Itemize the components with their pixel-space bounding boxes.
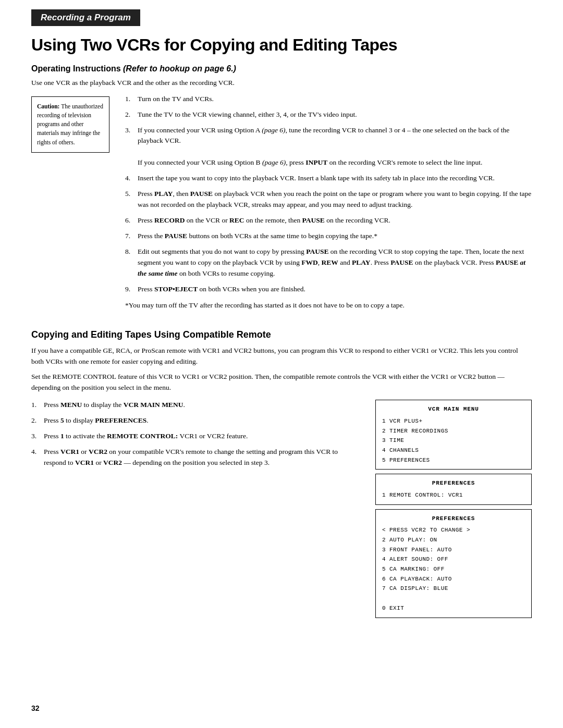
step-7: 7. Press the PAUSE buttons on both VCRs … [125,231,532,242]
copying-steps-col: 1. Press MENU to display the VCR MAIN ME… [31,400,360,474]
steps-col: 1. Turn on the TV and VCRs. 2. Tune the … [125,94,532,313]
banner-text: Recording a Program [41,13,131,22]
operating-two-col: Caution: The unauthorized recording of t… [31,94,532,313]
pref-menu1-item-1: 1 REMOTE CONTROL: VCR1 [382,490,525,500]
preferences-menu1-title: PREFERENCES [382,478,525,488]
preferences-menu2-box: PREFERENCES < PRESS VCR2 TO CHANGE > 2 A… [375,509,532,618]
step-6: 6. Press RECORD on the VCR or REC on the… [125,215,532,226]
pref-menu2-item-9: 0 EXIT [382,603,525,613]
step-1: 1. Turn on the TV and VCRs. [125,94,532,105]
copy-step-4: 4. Press VCR1 or VCR2 on your compatible… [31,447,360,468]
page-number: 32 [31,704,40,712]
vcr-main-menu-item-1: 1 VCR PLUS+ [382,416,525,426]
caution-col: Caution: The unauthorized recording of t… [31,94,115,313]
vcr-main-menu-item-4: 4 CHANNELS [382,446,525,455]
copy-step-1: 1. Press MENU to display the VCR MAIN ME… [31,400,360,411]
operating-intro-text: Use one VCR as the playback VCR and the … [31,78,532,89]
copying-steps-list: 1. Press MENU to display the VCR MAIN ME… [31,400,360,468]
step-4: 4. Insert the tape you want to copy into… [125,173,532,184]
copying-intro-1: If you have a compatible GE, RCA, or Pro… [31,346,532,367]
pref-menu2-item-8 [382,594,525,603]
copy-step-3: 3. Press 1 to activate the REMOTE CONTRO… [31,431,360,442]
copying-two-col: 1. Press MENU to display the VCR MAIN ME… [31,400,532,622]
operating-instructions-heading: Operating Instructions (Refer to hookup … [31,64,532,73]
vcr-main-menu-item-3: 3 TIME [382,436,525,446]
copying-section-heading: Copying and Editing Tapes Using Compatib… [31,329,532,340]
caution-label: Caution: [37,103,59,109]
pref-menu2-item-1: < PRESS VCR2 TO CHANGE > [382,525,525,535]
page-container: Recording a Program Using Two VCRs for C… [0,0,563,728]
header-banner: Recording a Program [31,9,140,26]
copy-step-2: 2. Press 5 to display PREFERENCES. [31,415,360,426]
vcr-main-menu-item-5: 5 PREFERENCES [382,455,525,465]
preferences-menu1-box: PREFERENCES 1 REMOTE CONTROL: VCR1 [375,474,532,504]
copying-intro-2: Set the REMOTE CONTROL feature of this V… [31,372,532,393]
vcr-main-menu-item-2: 2 TIMER RECORDINGS [382,426,525,436]
vcr-main-menu-title: VCR MAIN MENU [382,404,525,414]
pref-menu2-item-2: 2 AUTO PLAY: ON [382,535,525,545]
preferences-menu2-title: PREFERENCES [382,514,525,524]
step-9: 9. Press STOP•EJECT on both VCRs when yo… [125,284,532,295]
operating-steps-list: 1. Turn on the TV and VCRs. 2. Tune the … [125,94,532,295]
pref-menu2-item-4: 4 ALERT SOUND: OFF [382,554,525,564]
step-5: 5. Press PLAY, then PAUSE on playback VC… [125,189,532,211]
step-3: 3. If you connected your VCR using Optio… [125,125,532,169]
vcr-main-menu-box: VCR MAIN MENU 1 VCR PLUS+ 2 TIMER RECORD… [375,400,532,470]
caution-box: Caution: The unauthorized recording of t… [31,96,109,153]
pref-menu2-item-5: 5 CA MARKING: OFF [382,564,525,574]
pref-menu2-item-7: 7 CA DISPLAY: BLUE [382,584,525,594]
pref-menu2-item-3: 3 FRONT PANEL: AUTO [382,545,525,555]
pref-menu2-item-6: 6 CA PLAYBACK: AUTO [382,574,525,584]
footnote-text: *You may turn off the TV after the recor… [125,300,532,311]
step-2: 2. Tune the TV to the VCR viewing channe… [125,109,532,120]
step-8: 8. Edit out segments that you do not wan… [125,246,532,279]
main-title: Using Two VCRs for Copying and Editing T… [31,35,532,55]
vcr-menus-col: VCR MAIN MENU 1 VCR PLUS+ 2 TIMER RECORD… [375,400,532,622]
